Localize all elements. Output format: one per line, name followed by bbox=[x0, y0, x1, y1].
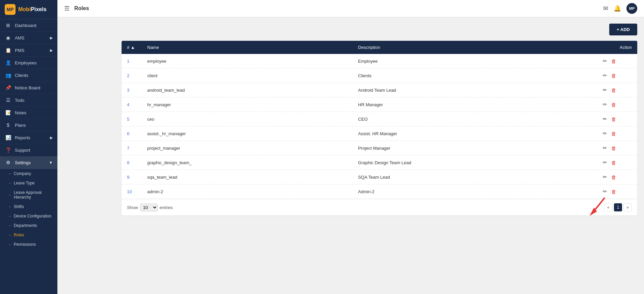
sidebar-item-pms[interactable]: 📋 PMS ▶ bbox=[0, 44, 57, 57]
logo-icon: MP bbox=[5, 4, 16, 15]
sidebar-item-dashboard[interactable]: ⊞ Dashboard bbox=[0, 19, 57, 32]
last-page-button[interactable]: » bbox=[623, 203, 632, 211]
sidebar-item-label: AMS bbox=[15, 35, 24, 40]
table-row: 8 graphic_design_team_ Graphic Design Te… bbox=[122, 155, 637, 170]
sidebar-subitem-company[interactable]: Company bbox=[0, 169, 57, 178]
sidebar-item-support[interactable]: ❓ Support bbox=[0, 144, 57, 156]
sidebar-subitem-device-config[interactable]: Device Configuration bbox=[0, 211, 57, 221]
sidebar-item-notice-board[interactable]: 📌 Notice Board bbox=[0, 82, 57, 94]
sidebar-subitem-permissions[interactable]: Permissions bbox=[0, 240, 57, 249]
delete-button[interactable]: 🗑 bbox=[611, 145, 617, 152]
table-row: 9 sqa_team_lead SQA Team Lead ✏ 🗑 bbox=[122, 170, 637, 184]
sidebar-subitem-label: Departments bbox=[14, 223, 37, 228]
table-row: 2 client Clients ✏ 🗑 bbox=[122, 68, 637, 83]
table-row: 5 ceo CEO ✏ 🗑 bbox=[122, 112, 637, 126]
col-header-description[interactable]: Description bbox=[353, 41, 597, 54]
roles-table: # ▲ Name Description Action 1 employee E… bbox=[122, 41, 637, 199]
sidebar-subitem-shifts[interactable]: Shifts bbox=[0, 202, 57, 211]
edit-button[interactable]: ✏ bbox=[602, 115, 608, 123]
mail-icon[interactable]: ✉ bbox=[603, 5, 608, 12]
table-row: 6 assist._hr_manager Assist. HR Manager … bbox=[122, 126, 637, 141]
cell-name: client bbox=[142, 68, 353, 83]
sidebar-item-plans[interactable]: $ Plans bbox=[0, 119, 57, 131]
sidebar-item-label: PMS bbox=[15, 48, 24, 53]
cell-name: sqa_team_lead bbox=[142, 170, 353, 184]
cell-id: 1 bbox=[122, 54, 142, 68]
delete-button[interactable]: 🗑 bbox=[611, 72, 617, 79]
employees-icon: 👤 bbox=[5, 60, 11, 65]
delete-button[interactable]: 🗑 bbox=[611, 174, 617, 181]
sidebar-subitem-leave-type[interactable]: Leave Type bbox=[0, 178, 57, 188]
edit-button[interactable]: ✏ bbox=[602, 173, 608, 181]
cell-name: graphic_design_team_ bbox=[142, 155, 353, 170]
edit-button[interactable]: ✏ bbox=[602, 72, 608, 79]
delete-button[interactable]: 🗑 bbox=[611, 101, 617, 108]
cell-name: ceo bbox=[142, 112, 353, 126]
avatar[interactable]: MP bbox=[626, 3, 637, 14]
sidebar: MP MobiPixels ⊞ Dashboard ◉ AMS ▶ 📋 PMS … bbox=[0, 0, 57, 294]
sidebar-item-reports[interactable]: 📊 Reports ▶ bbox=[0, 131, 57, 144]
cell-description: Project Manager bbox=[353, 141, 597, 155]
sidebar-item-todo[interactable]: ☰ Todo bbox=[0, 94, 57, 107]
main-content: + ADD # ▲ Name Description Action 1 empl… bbox=[115, 17, 644, 294]
sidebar-subitem-label: Device Configuration bbox=[14, 214, 51, 218]
notice-board-icon: 📌 bbox=[5, 85, 11, 90]
edit-button[interactable]: ✏ bbox=[602, 86, 608, 94]
cell-name: assist._hr_manager bbox=[142, 126, 353, 141]
sidebar-item-clients[interactable]: 👥 Clients bbox=[0, 69, 57, 82]
notes-icon: 📝 bbox=[5, 110, 11, 115]
cell-action: ✏ 🗑 bbox=[597, 68, 637, 83]
add-button-container: + ADD bbox=[122, 24, 637, 35]
sidebar-subitem-roles[interactable]: Roles bbox=[0, 230, 57, 240]
logo[interactable]: MP MobiPixels bbox=[0, 0, 57, 19]
delete-button[interactable]: 🗑 bbox=[611, 58, 617, 65]
roles-table-container: # ▲ Name Description Action 1 employee E… bbox=[122, 41, 637, 215]
delete-button[interactable]: 🗑 bbox=[611, 87, 617, 94]
sidebar-item-label: Notes bbox=[15, 110, 26, 115]
sidebar-item-ams[interactable]: ◉ AMS ▶ bbox=[0, 32, 57, 44]
sidebar-item-label: Settings bbox=[15, 160, 31, 165]
dashboard-icon: ⊞ bbox=[5, 23, 11, 28]
table-row: 4 hr_manager HR Manager ✏ 🗑 bbox=[122, 97, 637, 112]
delete-button[interactable]: 🗑 bbox=[611, 116, 617, 123]
delete-button[interactable]: 🗑 bbox=[611, 188, 617, 195]
edit-button[interactable]: ✏ bbox=[602, 159, 608, 166]
edit-button[interactable]: ✏ bbox=[602, 57, 608, 65]
sidebar-subitem-leave-approval[interactable]: Leave Approval Hierarchy bbox=[0, 188, 57, 202]
table-row: 7 project_manager Project Manager ✏ 🗑 bbox=[122, 141, 637, 155]
table-row: 1 employee Employee ✏ 🗑 bbox=[122, 54, 637, 68]
entries-select[interactable]: 10 25 50 100 bbox=[140, 204, 158, 211]
page-1-button[interactable]: 1 bbox=[614, 203, 622, 211]
edit-button[interactable]: ✏ bbox=[602, 188, 608, 195]
col-header-name[interactable]: Name bbox=[142, 41, 353, 54]
sidebar-item-label: Todo bbox=[15, 98, 24, 103]
cell-description: Graphic Design Team Lead bbox=[353, 155, 597, 170]
chevron-right-icon: ▶ bbox=[50, 36, 53, 40]
cell-id: 3 bbox=[122, 83, 142, 97]
sidebar-item-label: Clients bbox=[15, 73, 28, 78]
delete-button[interactable]: 🗑 bbox=[611, 130, 617, 137]
cell-action: ✏ 🗑 bbox=[597, 155, 637, 170]
logo-text: MobiPixels bbox=[18, 6, 47, 12]
bell-icon[interactable]: 🔔 bbox=[614, 5, 621, 12]
ams-icon: ◉ bbox=[5, 35, 11, 40]
edit-button[interactable]: ✏ bbox=[602, 144, 608, 152]
sidebar-item-notes[interactable]: 📝 Notes bbox=[0, 107, 57, 119]
cell-description: Android Team Lead bbox=[353, 83, 597, 97]
cell-action: ✏ 🗑 bbox=[597, 141, 637, 155]
first-page-button[interactable]: « bbox=[604, 203, 613, 211]
sidebar-item-label: Plans bbox=[15, 123, 26, 128]
support-icon: ❓ bbox=[5, 147, 11, 153]
cell-action: ✏ 🗑 bbox=[597, 112, 637, 126]
action-buttons: ✏ 🗑 bbox=[602, 159, 632, 166]
hamburger-icon[interactable]: ☰ bbox=[64, 5, 70, 12]
sidebar-item-employees[interactable]: 👤 Employees bbox=[0, 57, 57, 69]
delete-button[interactable]: 🗑 bbox=[611, 159, 617, 166]
edit-button[interactable]: ✏ bbox=[602, 130, 608, 137]
sidebar-subitem-departments[interactable]: Departments bbox=[0, 221, 57, 230]
sidebar-item-settings[interactable]: ⚙ Settings ▼ bbox=[0, 156, 57, 169]
add-button[interactable]: + ADD bbox=[609, 24, 637, 35]
edit-button[interactable]: ✏ bbox=[602, 101, 608, 108]
cell-action: ✏ 🗑 bbox=[597, 184, 637, 199]
cell-name: hr_manager bbox=[142, 97, 353, 112]
